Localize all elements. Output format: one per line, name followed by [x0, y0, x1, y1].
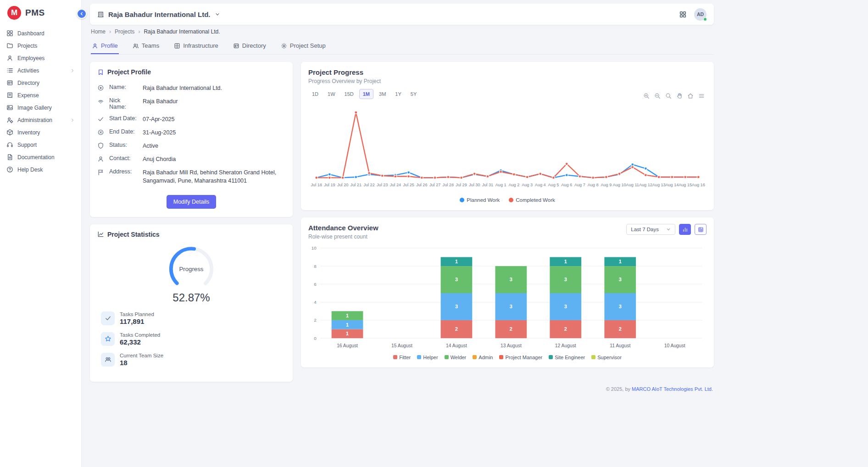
modify-details-button[interactable]: Modify Details — [167, 195, 217, 209]
sidebar-item-label: Inventory — [17, 129, 40, 136]
attendance-chart[interactable]: 024681016 August11115 August14 August233… — [308, 244, 707, 355]
legend-planned-work[interactable]: Planned Work — [460, 197, 500, 203]
shield-icon — [97, 142, 104, 149]
online-status-dot — [703, 17, 707, 21]
range-1w-button[interactable]: 1W — [324, 89, 339, 99]
legend-fitter[interactable]: Fitter — [393, 355, 411, 360]
right-column: Project Progress Progress Overview by Pr… — [301, 62, 714, 382]
legend-admin[interactable]: Admin — [473, 355, 493, 360]
progress-gauge: Progress 52.87% — [97, 244, 285, 304]
chart-line-icon — [97, 231, 104, 238]
star-icon — [105, 335, 111, 342]
sidebar-item-inventory[interactable]: Inventory — [0, 126, 81, 139]
range-1y-button[interactable]: 1Y — [391, 89, 405, 99]
attendance-overview-card: Attendance Overview Role-wise present co… — [301, 217, 714, 367]
sidebar-item-help-desk[interactable]: Help Desk — [0, 163, 81, 176]
range-1d-button[interactable]: 1D — [308, 89, 322, 99]
sidebar-item-image-gallery[interactable]: Image Gallery — [0, 101, 81, 114]
svg-text:10: 10 — [312, 245, 317, 250]
project-progress-chart[interactable]: Jul 18Jul 19Jul 20Jul 21Jul 22Jul 23Jul … — [308, 99, 707, 196]
building-icon — [97, 11, 104, 18]
sidebar-item-projects[interactable]: Projects — [0, 39, 81, 52]
sidebar-item-employees[interactable]: Employees — [0, 52, 81, 64]
image-gallery-icon — [6, 104, 13, 111]
date-range-select[interactable]: Last 7 Days — [626, 224, 675, 235]
sidebar-item-expense[interactable]: Expense — [0, 89, 81, 101]
sidebar-collapse-button[interactable] — [77, 9, 87, 19]
range-15d-button[interactable]: 15D — [341, 89, 357, 99]
legend-welder[interactable]: Welder — [445, 355, 467, 360]
user-avatar[interactable]: AD — [694, 8, 707, 21]
tab-project-setup[interactable]: Project Setup — [280, 39, 327, 54]
svg-text:Jul 20: Jul 20 — [337, 183, 348, 187]
tab-infrastructure[interactable]: Infrastructure — [173, 39, 219, 54]
svg-text:Aug 6: Aug 6 — [561, 183, 572, 187]
svg-text:Jul 30: Jul 30 — [469, 183, 480, 187]
tab-label: Teams — [142, 42, 159, 49]
table-icon — [698, 227, 704, 233]
table-view-button[interactable] — [695, 224, 707, 235]
check-icon — [97, 116, 104, 122]
svg-text:Aug 14: Aug 14 — [665, 183, 679, 187]
pan-icon[interactable] — [676, 93, 683, 99]
svg-text:Jul 26: Jul 26 — [416, 183, 427, 187]
legend-marker — [473, 355, 477, 359]
support-icon — [6, 141, 13, 148]
tab-label: Directory — [242, 42, 266, 49]
sidebar-item-support[interactable]: Support — [0, 139, 81, 151]
profile-field-nick-name: Nick Name:Raja Bahadur — [97, 95, 285, 112]
sidebar-item-label: Employees — [17, 55, 45, 61]
range-1m-button[interactable]: 1M — [359, 89, 373, 99]
field-value: Raja Bahadur Mill Rd, behind Sheraton Gr… — [143, 168, 285, 185]
sidebar-item-label: Directory — [17, 80, 39, 86]
legend-helper[interactable]: Helper — [417, 355, 438, 360]
sidebar-item-documentation[interactable]: Documentation — [0, 151, 81, 163]
company-selector[interactable]: Raja Bahadur International Ltd. — [97, 11, 220, 18]
chart-view-button[interactable] — [679, 224, 691, 235]
project-profile-title: Project Profile — [107, 68, 151, 76]
stat-icon-box — [101, 353, 115, 367]
sidebar-item-dashboard[interactable]: Dashboard — [0, 27, 81, 39]
breadcrumb-item-raja-bahadur-international-ltd: Raja Bahadur International Ltd. — [144, 28, 220, 35]
sidebar-item-label: Administration — [17, 117, 52, 123]
profile-field-contact: Contact:Anuj Chordia — [97, 153, 285, 166]
legend-site-engineer[interactable]: Site Engineer — [549, 355, 585, 360]
range-5y-button[interactable]: 5Y — [407, 89, 420, 99]
user-icon — [92, 43, 98, 49]
legend-completed-work[interactable]: Completed Work — [509, 197, 555, 203]
svg-text:Aug 1: Aug 1 — [495, 183, 506, 187]
svg-text:Aug 16: Aug 16 — [692, 183, 705, 187]
reset-zoom-icon[interactable] — [687, 93, 694, 99]
sidebar-item-administration[interactable]: Administration — [0, 114, 81, 126]
apps-grid-button[interactable] — [679, 11, 687, 18]
field-label: Contact: — [109, 155, 138, 161]
field-value: 07-Apr-2025 — [143, 115, 285, 123]
expense-icon — [6, 92, 13, 99]
tab-teams[interactable]: Teams — [132, 39, 160, 54]
sidebar-item-activities[interactable]: Activities — [0, 64, 81, 77]
zoom-out-icon[interactable] — [654, 93, 661, 99]
content-grid: Project Profile Name:Raja Bahadur Intern… — [90, 62, 714, 382]
range-3m-button[interactable]: 3M — [375, 89, 389, 99]
breadcrumb-item-home[interactable]: Home — [91, 28, 106, 35]
date-range-value: Last 7 Days — [631, 227, 659, 232]
legend-label: Helper — [423, 355, 438, 360]
field-label: Status: — [109, 142, 138, 148]
selection-zoom-icon[interactable] — [665, 93, 672, 99]
left-column: Project Profile Name:Raja Bahadur Intern… — [90, 62, 293, 382]
legend-project-manager[interactable]: Project Manager — [499, 355, 542, 360]
company-name: Raja Bahadur International Ltd. — [108, 11, 211, 18]
chart-menu-icon[interactable] — [698, 93, 705, 99]
legend-supervisor[interactable]: Supervisor — [591, 355, 622, 360]
company-link[interactable]: MARCO AIoT Technologies Pvt. Ltd. — [632, 386, 713, 392]
profile-field-start-date: Start Date:07-Apr-2025 — [97, 112, 285, 126]
breadcrumb-item-projects[interactable]: Projects — [115, 28, 134, 35]
sidebar-item-directory[interactable]: Directory — [0, 77, 81, 89]
tab-label: Profile — [101, 42, 118, 49]
tab-profile[interactable]: Profile — [91, 39, 119, 54]
app-logo[interactable]: M PMS — [0, 0, 81, 25]
field-label: Name: — [109, 84, 138, 90]
tab-directory[interactable]: Directory — [232, 39, 267, 54]
zoom-in-icon[interactable] — [643, 93, 650, 99]
stat-value: 18 — [120, 359, 163, 367]
